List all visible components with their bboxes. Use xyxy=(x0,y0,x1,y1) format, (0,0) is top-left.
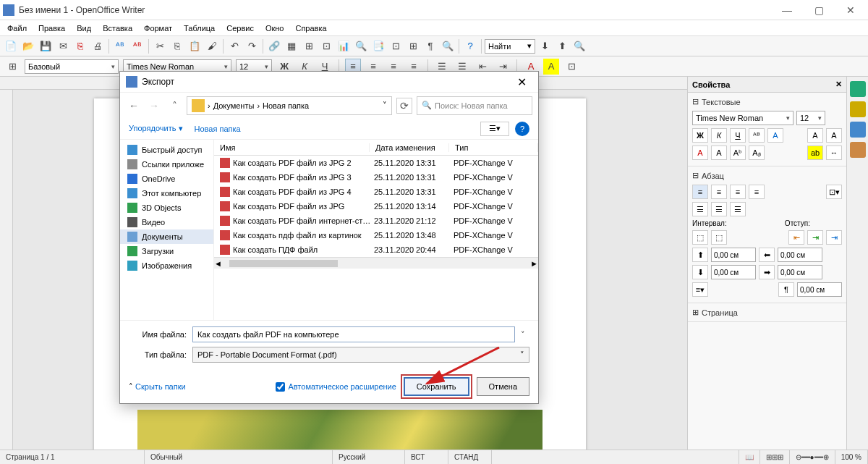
dialog-sidebar: Быстрый доступСсылки приложеOneDriveЭтот… xyxy=(120,140,214,320)
col-type[interactable]: Тип xyxy=(449,143,538,152)
nav-back-icon[interactable]: ← xyxy=(126,98,142,114)
nav-fwd-icon[interactable]: → xyxy=(146,98,162,114)
file-row[interactable]: Как создать пдф файл из картинок25.11.20… xyxy=(214,228,538,242)
hscrollbar[interactable]: ◄► xyxy=(214,257,538,269)
dialog-title: Экспорт xyxy=(142,77,174,87)
folder-icon xyxy=(192,99,205,112)
file-row[interactable]: Как создать PDF файл из JPG 425.11.2020 … xyxy=(214,185,538,199)
sidebar-item[interactable]: OneDrive xyxy=(120,172,213,186)
save-button[interactable]: Сохранить xyxy=(404,377,469,396)
filename-input[interactable] xyxy=(192,326,515,342)
help-button[interactable]: ? xyxy=(515,122,529,136)
file-row[interactable]: Как создать PDF файл из JPG 225.11.2020 … xyxy=(214,156,538,170)
sidebar-item[interactable]: Загрузки xyxy=(120,244,213,258)
sidebar-item[interactable]: Видео xyxy=(120,215,213,229)
file-row[interactable]: Как создать ПДФ файл23.11.2020 20:44PDF-… xyxy=(214,242,538,257)
file-list[interactable]: Имя Дата изменения Тип Как создать PDF ф… xyxy=(214,140,538,320)
col-name[interactable]: Имя xyxy=(214,143,370,152)
col-date[interactable]: Дата изменения xyxy=(370,143,449,152)
nav-up-icon[interactable]: ˄ xyxy=(166,98,182,114)
export-dialog: Экспорт ✕ ← → ˄ ›Документы›Новая папка ˅… xyxy=(119,71,539,404)
sidebar-item[interactable]: Этот компьютер xyxy=(120,186,213,201)
new-folder-button[interactable]: Новая папка xyxy=(195,125,241,133)
organize-menu[interactable]: Упорядочить ▾ xyxy=(129,124,183,133)
search-input[interactable]: 🔍 Поиск: Новая папка xyxy=(417,96,532,115)
filetype-label: Тип файла: xyxy=(129,350,187,359)
cancel-button[interactable]: Отмена xyxy=(477,377,529,396)
auto-extension-checkbox[interactable]: Автоматическое расширение xyxy=(276,382,396,392)
filetype-select[interactable]: PDF - Portable Document Format (.pdf)˅ xyxy=(192,347,529,363)
view-mode-button[interactable]: ☰▾ xyxy=(480,122,509,136)
filename-label: Имя файла: xyxy=(129,330,187,339)
sidebar-item[interactable]: Быстрый доступ xyxy=(120,143,213,157)
dialog-icon xyxy=(126,76,137,88)
sidebar-item[interactable]: Изображения xyxy=(120,258,213,273)
file-row[interactable]: Как создать PDF файл из JPG 325.11.2020 … xyxy=(214,170,538,185)
file-row[interactable]: Как создать PDF файл из JPG25.11.2020 13… xyxy=(214,199,538,214)
dialog-close-button[interactable]: ✕ xyxy=(511,73,532,90)
breadcrumb[interactable]: ›Документы›Новая папка ˅ xyxy=(187,96,392,115)
refresh-icon[interactable]: ⟳ xyxy=(396,98,412,114)
hide-folders-toggle[interactable]: ˄ Скрыть папки xyxy=(129,382,186,392)
sidebar-item[interactable]: 3D Objects xyxy=(120,201,213,215)
sidebar-item[interactable]: Документы xyxy=(120,229,213,244)
sidebar-item[interactable]: Ссылки приложе xyxy=(120,157,213,172)
file-row[interactable]: Как создать PDF файл интернет-страни...2… xyxy=(214,214,538,228)
